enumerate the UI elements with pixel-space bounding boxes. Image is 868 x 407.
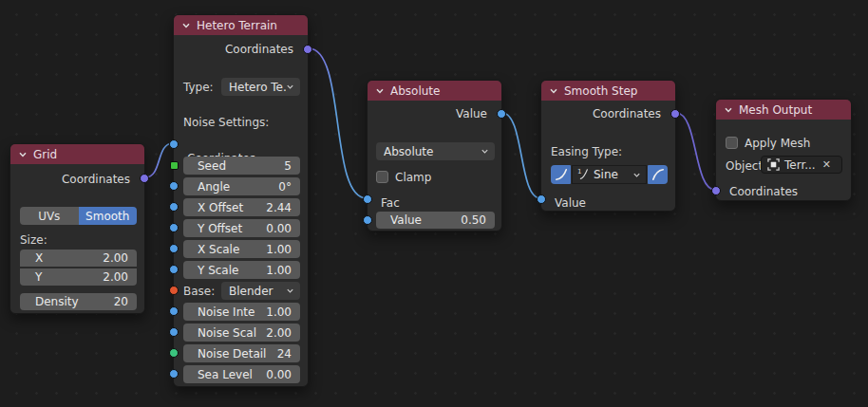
chevron-down-icon — [632, 171, 641, 179]
node-absolute-header[interactable]: Absolute — [368, 81, 501, 101]
collapse-chevron-icon[interactable] — [549, 86, 558, 96]
clear-object-icon[interactable]: ✕ — [822, 158, 831, 171]
output-label-value: Value — [456, 106, 487, 121]
socket-base[interactable] — [169, 286, 179, 295]
input-label-fac: Fac — [381, 195, 400, 211]
socket-grid-coordinates-out[interactable] — [140, 174, 149, 183]
socket-noise-intensity[interactable] — [169, 306, 179, 316]
apply-mesh-checkbox[interactable] — [726, 137, 738, 149]
node-hetero-header[interactable]: Hetero Terrain — [174, 15, 308, 35]
socket-smoothstep-coordinates-out[interactable] — [670, 109, 680, 119]
node-mesh-output[interactable]: Mesh Output Apply Mesh Object: Terr... ✕… — [715, 99, 852, 201]
type-dropdown[interactable]: Hetero Te... — [221, 78, 300, 96]
output-label-coordinates: Coordinates — [62, 172, 130, 187]
noise-settings-label: Noise Settings: — [183, 115, 269, 130]
node-smoothstep-header[interactable]: Smooth Step — [541, 81, 675, 101]
socket-absolute-value-out[interactable] — [497, 109, 506, 119]
base-dropdown[interactable]: Blender — [221, 282, 300, 300]
output-label-coordinates: Coordinates — [225, 42, 293, 57]
ease-out-curve-icon — [651, 168, 665, 181]
socket-noise-scale[interactable] — [169, 327, 179, 337]
chevron-down-icon — [481, 147, 489, 156]
socket-absolute-fac-in[interactable] — [363, 194, 372, 204]
socket-y-offset[interactable] — [169, 223, 179, 232]
wire-absolute-to-smoothstep — [502, 113, 540, 198]
uv-smooth-toggle: UVs Smooth — [20, 207, 137, 225]
node-title: Smooth Step — [564, 84, 637, 98]
node-title: Hetero Terrain — [197, 19, 277, 32]
clamp-row: Clamp — [376, 168, 431, 186]
x-offset-field[interactable]: X Offset2.44 — [183, 198, 300, 216]
apply-mesh-row: Apply Mesh — [726, 134, 810, 152]
interpolation-icon: 1 — [576, 168, 590, 181]
clamp-label: Clamp — [395, 171, 431, 184]
seed-field[interactable]: Seed5 — [183, 157, 300, 175]
chevron-down-icon — [286, 287, 294, 295]
mesh-object-icon — [767, 158, 780, 171]
node-grid-header[interactable]: Grid — [10, 144, 144, 164]
y-offset-field[interactable]: Y Offset0.00 — [183, 219, 300, 237]
clamp-checkbox[interactable] — [376, 171, 388, 183]
socket-y-scale[interactable] — [169, 265, 179, 274]
easing-row: 1 Sine — [551, 165, 668, 184]
ease-out-button[interactable] — [648, 165, 668, 184]
wire-smoothstep-to-meshoutput — [676, 113, 715, 190]
socket-x-offset[interactable] — [169, 202, 179, 212]
socket-sea-level[interactable] — [169, 369, 179, 379]
ease-in-button[interactable] — [551, 165, 571, 184]
apply-mesh-label: Apply Mesh — [745, 137, 810, 150]
chevron-down-icon — [286, 83, 294, 91]
socket-noise-detail[interactable] — [169, 348, 179, 358]
collapse-chevron-icon[interactable] — [375, 86, 385, 96]
socket-seed[interactable] — [170, 161, 179, 170]
y-scale-field[interactable]: Y Scale1.00 — [183, 261, 300, 279]
input-label-coordinates: Coordinates — [729, 184, 798, 199]
node-editor-canvas[interactable]: Grid Coordinates UVs Smooth Size: X2.00 … — [0, 0, 868, 407]
angle-field[interactable]: Angle0° — [183, 177, 300, 195]
output-label-coordinates: Coordinates — [593, 106, 661, 121]
toggle-uvs-button[interactable]: UVs — [20, 207, 79, 225]
node-title: Grid — [33, 148, 57, 161]
collapse-chevron-icon[interactable] — [18, 150, 28, 159]
node-smooth-step[interactable]: Smooth Step Coordinates Easing Type: 1 S… — [540, 80, 676, 212]
object-name: Terr... — [784, 158, 816, 172]
ease-in-curve-icon — [555, 168, 568, 181]
node-absolute[interactable]: Absolute Value Absolute Clamp Fac Value0… — [367, 80, 502, 231]
socket-absolute-value-in[interactable] — [363, 215, 372, 225]
density-field[interactable]: Density20 — [20, 293, 137, 310]
node-hetero-terrain[interactable]: Hetero Terrain Coordinates Type: Hetero … — [173, 14, 309, 387]
easing-function-dropdown[interactable]: 1 Sine — [572, 165, 647, 184]
socket-meshoutput-coordinates-in[interactable] — [711, 186, 721, 195]
node-meshoutput-header[interactable]: Mesh Output — [716, 100, 851, 120]
size-label: Size: — [20, 232, 47, 248]
node-title: Absolute — [390, 84, 440, 98]
noise-scale-field[interactable]: Noise Scal2.00 — [183, 324, 300, 342]
wire-grid-to-hetero — [145, 143, 173, 177]
node-title: Mesh Output — [739, 103, 812, 117]
size-y-field[interactable]: Y2.00 — [20, 268, 137, 286]
x-scale-field[interactable]: X Scale1.00 — [183, 240, 300, 258]
input-label-value: Value — [555, 195, 586, 211]
socket-x-scale[interactable] — [169, 244, 179, 253]
socket-hetero-coordinates-out[interactable] — [303, 45, 312, 54]
socket-smoothstep-value-in[interactable] — [537, 194, 546, 204]
base-label: Base: — [183, 284, 215, 299]
object-field[interactable]: Terr... ✕ — [761, 156, 842, 174]
collapse-chevron-icon[interactable] — [724, 105, 733, 115]
type-label: Type: — [183, 80, 214, 95]
socket-hetero-coordinates-in[interactable] — [169, 139, 179, 149]
operation-dropdown[interactable]: Absolute — [376, 142, 495, 160]
sea-level-field[interactable]: Sea Level0.00 — [183, 365, 300, 383]
node-grid[interactable]: Grid Coordinates UVs Smooth Size: X2.00 … — [9, 143, 145, 314]
easing-type-label: Easing Type: — [551, 144, 622, 159]
noise-detail-field[interactable]: Noise Detail24 — [183, 344, 300, 362]
noise-intensity-field[interactable]: Noise Inte1.00 — [183, 303, 300, 321]
collapse-chevron-icon[interactable] — [181, 21, 191, 30]
value-field[interactable]: Value0.50 — [376, 212, 495, 229]
size-x-field[interactable]: X2.00 — [20, 250, 137, 267]
svg-text:1: 1 — [577, 168, 581, 176]
toggle-smooth-button[interactable]: Smooth — [79, 207, 138, 225]
socket-angle[interactable] — [169, 181, 179, 191]
wire-hetero-to-absolute — [309, 48, 367, 198]
